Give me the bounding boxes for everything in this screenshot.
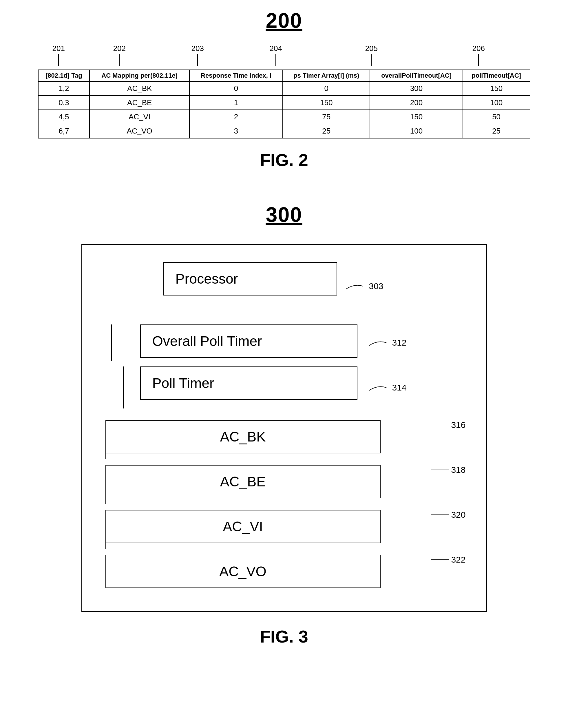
fig3-title: 300 (266, 203, 302, 227)
ref-314: 314 (369, 383, 407, 393)
ac-vo-label: AC_VO (219, 563, 266, 579)
fig2-section: 200 201 202 203 204 (0, 9, 568, 170)
processor-row: Processor 303 (105, 262, 463, 310)
table-row: 6,7 AC_VO 3 25 100 25 (38, 124, 530, 138)
table-row: 0,3 AC_BE 1 150 200 100 (38, 96, 530, 110)
ref-312-curve (369, 338, 392, 347)
col-ref-202: 202 (113, 44, 126, 66)
ref-203-line (197, 54, 198, 66)
ac-vo-row: AC_VO 322 (105, 555, 463, 588)
ac-bk-box: AC_BK (105, 420, 381, 453)
processor-label: Processor (176, 271, 238, 287)
row0-timer: 0 (283, 81, 370, 96)
ref-205-line (371, 54, 372, 66)
ref-322-number: 322 (451, 555, 465, 565)
poll-timer-label: Poll Timer (152, 375, 214, 391)
ref-206-label: 206 (472, 44, 485, 53)
row2-overall: 150 (370, 110, 463, 124)
row2-tag: 4,5 (38, 110, 90, 124)
row2-mapping: AC_VI (90, 110, 189, 124)
poll-timer-box: Poll Timer (140, 366, 357, 400)
th-index: Response Time Index, I (189, 70, 283, 81)
row1-timer: 150 (283, 96, 370, 110)
ref-322-line (431, 559, 449, 560)
fig2-title: 200 (266, 9, 302, 32)
col-ref-201: 201 (52, 44, 65, 66)
ref-201-line (58, 54, 59, 66)
ac-be-label: AC_BE (220, 474, 266, 490)
ref-204-line (275, 54, 276, 66)
ref-204-label: 204 (270, 44, 282, 53)
row1-index: 1 (189, 96, 283, 110)
row3-overall: 100 (370, 124, 463, 138)
ref-203-label: 203 (191, 44, 204, 53)
row2-timer: 75 (283, 110, 370, 124)
ref-303-curve (346, 282, 369, 291)
row1-poll: 100 (463, 96, 530, 110)
ref-303-number: 303 (369, 281, 383, 291)
ref-320-number: 320 (451, 510, 465, 520)
ac-be-row: AC_BE 318 (105, 465, 463, 504)
ref-320-container: 320 (431, 510, 465, 520)
ref-318-line (431, 470, 449, 470)
table-col-refs: 201 202 203 204 205 (38, 44, 530, 67)
ref-303: 303 (346, 281, 383, 291)
ac-vi-box: AC_VI (105, 510, 381, 543)
th-overall-timeout: overallPollTimeout[AC] (370, 70, 463, 81)
row3-poll: 25 (463, 124, 530, 138)
ref-206-line (478, 54, 479, 66)
th-mapping: AC Mapping per(802.11e) (90, 70, 189, 81)
col-ref-205: 205 (365, 44, 378, 66)
th-poll-timeout: pollTimeout[AC] (463, 70, 530, 81)
ac-bk-label: AC_BK (220, 429, 266, 445)
fig2-caption: FIG. 2 (260, 150, 308, 170)
ref-201-label: 201 (52, 44, 65, 53)
col-ref-203: 203 (191, 44, 204, 66)
ac-be-box: AC_BE (105, 465, 381, 498)
poll-timer-row: Poll Timer 314 (105, 366, 463, 408)
row3-index: 3 (189, 124, 283, 138)
fig3-caption: FIG. 3 (260, 627, 308, 647)
ref-316-container: 316 (431, 420, 465, 430)
ref-312-number: 312 (392, 338, 407, 348)
overall-poll-timer-box: Overall Poll Timer (140, 324, 357, 358)
diagram-inner: Processor 303 Overall Poll Timer (105, 262, 463, 588)
ac-bk-row: AC_BK 316 (105, 420, 463, 459)
row3-tag: 6,7 (38, 124, 90, 138)
row1-tag: 0,3 (38, 96, 90, 110)
row3-timer: 25 (283, 124, 370, 138)
table-row: 4,5 AC_VI 2 75 150 50 (38, 110, 530, 124)
pt-left-bracket (123, 366, 124, 408)
ac-vo-box: AC_VO (105, 555, 381, 588)
fig2-ref-container: 201 202 203 204 205 (38, 44, 530, 138)
ref-202-label: 202 (113, 44, 126, 53)
ac-vi-row: AC_VI 320 (105, 510, 463, 549)
fig3-diagram: Processor 303 Overall Poll Timer (81, 244, 487, 612)
table-header-row: [802.1d] Tag AC Mapping per(802.11e) Res… (38, 70, 530, 81)
fig2-table: [802.1d] Tag AC Mapping per(802.11e) Res… (38, 70, 530, 138)
row1-overall: 200 (370, 96, 463, 110)
row0-index: 0 (189, 81, 283, 96)
row2-index: 2 (189, 110, 283, 124)
ref-318-number: 318 (451, 465, 465, 475)
ref-314-curve (369, 383, 392, 392)
overall-poll-timer-label: Overall Poll Timer (152, 333, 262, 349)
row0-overall: 300 (370, 81, 463, 96)
ref-314-number: 314 (392, 383, 407, 393)
th-tag: [802.1d] Tag (38, 70, 90, 81)
ref-312: 312 (369, 338, 407, 348)
fig3-section: 300 Processor 303 (0, 203, 568, 647)
processor-box: Processor (163, 262, 337, 295)
row0-mapping: AC_BK (90, 81, 189, 96)
th-timer-array: ps Timer Array[I] (ms) (283, 70, 370, 81)
row3-mapping: AC_VO (90, 124, 189, 138)
table-row: 1,2 AC_BK 0 0 300 150 (38, 81, 530, 96)
row1-mapping: AC_BE (90, 96, 189, 110)
row0-tag: 1,2 (38, 81, 90, 96)
ac-vi-label: AC_VI (223, 519, 263, 534)
opt-left-bracket (111, 324, 112, 361)
ref-318-container: 318 (431, 465, 465, 475)
col-ref-204: 204 (270, 44, 282, 66)
ac-bk-ref-area: 316 (431, 420, 465, 430)
ref-205-label: 205 (365, 44, 378, 53)
